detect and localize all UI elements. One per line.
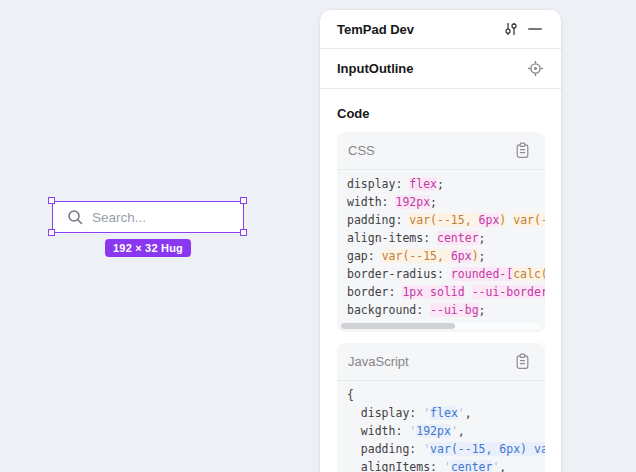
sliders-icon bbox=[503, 21, 519, 37]
canvas-search-input[interactable]: Search... bbox=[52, 201, 244, 233]
code-line: alignItems: 'center', bbox=[347, 458, 545, 472]
code-line: padding: 'var(--15, 6px) var(--15, 6px)'… bbox=[347, 440, 545, 458]
selection-handle-bottom-left[interactable] bbox=[48, 229, 55, 236]
code-line: border-radius: rounded-[calc(var(--round… bbox=[347, 265, 545, 283]
code-line: padding: var(--15, 6px) var(--15, 6px); bbox=[347, 211, 545, 229]
size-badge: 192 × 32 Hug bbox=[105, 239, 191, 257]
copy-css-button[interactable] bbox=[510, 139, 534, 163]
css-code-card: CSS display: flex;width: 192px;padding: … bbox=[337, 132, 545, 332]
js-card-header: JavaScript bbox=[337, 343, 545, 381]
panel-content: Code CSS display: flex;width: 192px;padd… bbox=[320, 89, 561, 472]
selection-handle-bottom-right[interactable] bbox=[240, 229, 247, 236]
code-line: display: flex; bbox=[347, 175, 545, 193]
preferences-button[interactable] bbox=[499, 17, 523, 41]
code-line: width: '192px', bbox=[347, 422, 545, 440]
panel-header: TemPad Dev bbox=[320, 10, 561, 49]
figma-canvas: { "canvas": { "search": { "placeholder":… bbox=[0, 0, 636, 472]
crosshair-icon bbox=[527, 60, 544, 77]
css-scrollbar-thumb[interactable] bbox=[341, 323, 455, 329]
css-card-header: CSS bbox=[337, 132, 545, 170]
code-line: width: 192px; bbox=[347, 193, 545, 211]
selected-component-row: InputOutline bbox=[320, 49, 561, 89]
magnifier-icon bbox=[67, 209, 84, 226]
component-name: InputOutline bbox=[337, 61, 523, 76]
code-line: display: 'flex', bbox=[347, 404, 545, 422]
code-line: border: 1px solid --ui-border-color; bbox=[347, 283, 545, 301]
clipboard-icon bbox=[515, 142, 530, 159]
css-code[interactable]: display: flex;width: 192px;padding: var(… bbox=[337, 170, 545, 320]
css-horizontal-scrollbar bbox=[341, 323, 541, 329]
code-line: background: --ui-bg; bbox=[347, 301, 545, 319]
clipboard-icon bbox=[515, 353, 530, 370]
code-line: { bbox=[347, 386, 545, 404]
selection-handle-top-left[interactable] bbox=[48, 197, 55, 204]
code-section-label: Code bbox=[337, 106, 545, 121]
tempad-dev-panel: TemPad Dev InputOutline bbox=[320, 10, 561, 472]
panel-title: TemPad Dev bbox=[337, 22, 499, 37]
minimize-button[interactable] bbox=[523, 17, 547, 41]
minus-icon bbox=[528, 28, 542, 30]
code-line: gap: var(--15, 6px); bbox=[347, 247, 545, 265]
copy-js-button[interactable] bbox=[510, 350, 534, 374]
code-line: align-items: center; bbox=[347, 229, 545, 247]
locate-component-button[interactable] bbox=[523, 57, 547, 81]
js-card-label: JavaScript bbox=[348, 354, 510, 369]
selection-handle-top-right[interactable] bbox=[240, 197, 247, 204]
js-code-card: JavaScript { display: 'flex', width: '19… bbox=[337, 343, 545, 472]
css-card-label: CSS bbox=[348, 143, 510, 158]
search-placeholder-text: Search... bbox=[92, 210, 146, 225]
js-code[interactable]: { display: 'flex', width: '192px', paddi… bbox=[337, 381, 545, 472]
